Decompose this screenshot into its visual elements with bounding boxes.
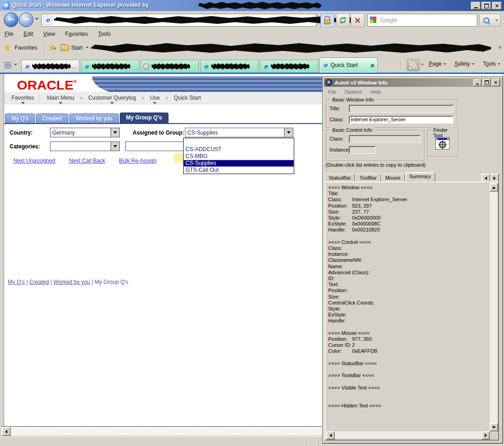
autoit-menu-file[interactable]: File: [328, 89, 336, 95]
address-bar[interactable]: e: [41, 14, 317, 27]
browser-tab-redacted[interactable]: e: [81, 60, 139, 73]
history-dropdown-icon[interactable]: [35, 18, 39, 20]
search-button[interactable]: [479, 14, 493, 27]
breadcrumb-main-menu[interactable]: Main Menu: [46, 95, 75, 101]
categories-label: Categories:: [10, 143, 40, 150]
summary-text[interactable]: >>>> Window <<<<Title:Class:Internet Exp…: [326, 183, 489, 431]
footer-link-worked-by-you[interactable]: Worked by you: [53, 279, 90, 285]
scroll-down-icon[interactable]: [490, 423, 498, 431]
summary-vertical-scrollbar[interactable]: [490, 183, 497, 431]
rss-dropdown-icon[interactable]: [421, 64, 424, 65]
dropdown-option-cs-addcust[interactable]: CS-ADDCUST: [184, 146, 294, 153]
maximize-button[interactable]: [482, 2, 491, 10]
assigned-group-dropdown-list: CS-ADDCUSTCS-MBGCS-SuppliesGTS-Call Out: [183, 138, 294, 174]
summary-line: Position:: [328, 288, 489, 294]
search-box[interactable]: Google: [367, 14, 477, 27]
assigned-dropdown-arrow-icon[interactable]: [284, 128, 293, 137]
breadcrumb-quick-start[interactable]: Quick Start: [173, 95, 202, 101]
browser-tab-redacted[interactable]: e...: [21, 60, 79, 73]
browser-tab-bar: e...eeeeQuick Start× PageSafetyTools: [0, 56, 504, 74]
command-safety[interactable]: Safety: [454, 61, 475, 67]
browser-tab-redacted[interactable]: e: [260, 60, 318, 73]
minimize-button[interactable]: [471, 2, 481, 10]
command-tools[interactable]: Tools: [483, 61, 500, 67]
field-instance[interactable]: [349, 146, 375, 154]
summary-label: Color:: [328, 348, 352, 354]
categories-select[interactable]: [50, 141, 120, 151]
favorites-label[interactable]: Favorites: [15, 45, 37, 51]
dropdown-option-cs-mbg[interactable]: CS-MBG: [184, 153, 294, 160]
favorites-overflow-chevron[interactable]: »: [498, 44, 502, 51]
country-select[interactable]: Germany: [50, 128, 120, 137]
field-class[interactable]: Internet Explorer_Server: [349, 116, 454, 124]
oracle-logo: ORACLE®: [17, 79, 77, 93]
autoit-titlebar[interactable]: A AutoIt v3 Window Info ×: [324, 78, 501, 87]
rss-feed-icon[interactable]: [407, 59, 420, 71]
refresh-icon: [339, 16, 347, 24]
command-page[interactable]: Page: [429, 61, 446, 67]
dropdown-option-cs-supplies[interactable]: CS-Supplies: [184, 160, 294, 167]
dropdown-option-gts-call-out[interactable]: GTS-Call Out: [184, 167, 294, 174]
summary-line: Advanced (Class):: [328, 270, 489, 276]
tab-list-dropdown-icon[interactable]: [14, 64, 17, 65]
browser-tab-redacted[interactable]: e: [200, 60, 258, 73]
autoit-tab-mouse[interactable]: Mouse: [381, 174, 405, 182]
summary-value: 0xEAFFDB: [352, 348, 377, 354]
menu-file[interactable]: File: [5, 31, 13, 37]
menu-favorites[interactable]: Favorites: [65, 31, 88, 37]
refresh-button[interactable]: [336, 13, 350, 27]
stop-button[interactable]: ×: [351, 13, 364, 27]
browser-tab-redacted[interactable]: [140, 60, 199, 73]
autoit-minimize-button[interactable]: [473, 79, 482, 86]
categories-dropdown-arrow-icon[interactable]: [111, 142, 119, 151]
breadcrumb-customer-querylog[interactable]: Customer Querylog: [87, 95, 137, 101]
country-dropdown-arrow-icon[interactable]: [111, 128, 119, 137]
field-title[interactable]: [349, 105, 454, 113]
scroll-right-icon[interactable]: [482, 431, 490, 440]
start-dropdown-icon[interactable]: [86, 47, 89, 48]
page-tab-worked-by-you[interactable]: Worked by you: [69, 113, 119, 124]
autoit-maximize-button[interactable]: [482, 79, 491, 86]
back-button[interactable]: ←: [4, 12, 18, 27]
autoit-tab-summary[interactable]: Summary: [405, 172, 435, 182]
page-tab-my-group-q-s[interactable]: My Group Q's: [120, 113, 168, 124]
footer-link-my-q-s[interactable]: My Q's: [8, 279, 25, 285]
page-tab-my-q-s[interactable]: My Q's: [5, 113, 35, 124]
finder-tool-icon[interactable]: [435, 137, 450, 150]
autoit-tab-statusbar[interactable]: StatusBar: [325, 174, 355, 182]
field-class[interactable]: [349, 135, 420, 143]
add-favorite-icon[interactable]: ★: [49, 43, 56, 52]
menu-view[interactable]: View: [43, 31, 55, 37]
link-next-unassigned[interactable]: Next Unassigned: [13, 158, 55, 164]
scroll-left-icon[interactable]: [2, 427, 11, 436]
favorites-star-icon[interactable]: ★: [4, 43, 11, 52]
autoit-tab-toolbar[interactable]: ToolBar: [355, 174, 381, 182]
scroll-left-icon[interactable]: [326, 431, 335, 440]
summary-horizontal-scrollbar[interactable]: [326, 431, 490, 439]
close-tab-icon[interactable]: ×: [370, 62, 375, 68]
summary-label: Advanced (Class):: [328, 270, 370, 276]
search-options-dropdown[interactable]: [493, 14, 501, 27]
summary-line: >>>> Hidden Text <<<<: [328, 403, 489, 409]
quick-tabs-button[interactable]: [2, 58, 14, 72]
link-bulk-re-assign[interactable]: Bulk Re-Assign: [119, 158, 157, 164]
menu-tools[interactable]: Tools: [98, 31, 111, 37]
footer-link-created[interactable]: Created: [29, 279, 49, 285]
autoit-menu-options[interactable]: Options: [345, 89, 362, 95]
page-tab-created[interactable]: Created: [36, 113, 68, 124]
breadcrumb-use[interactable]: Use: [149, 95, 161, 101]
close-button[interactable]: ×: [492, 2, 502, 10]
tab-title-ellipsis: ...: [72, 64, 76, 69]
autoit-menu-help[interactable]: Help: [370, 89, 381, 95]
security-lock-icon[interactable]: [320, 13, 334, 27]
forward-button[interactable]: →: [19, 12, 34, 27]
autoit-close-button[interactable]: ×: [492, 79, 500, 86]
link-next-call-back[interactable]: Next Call Back: [69, 158, 105, 164]
breadcrumb-favorites[interactable]: Favorites: [11, 95, 35, 101]
assigned-to-group-select[interactable]: CS-Supplies: [185, 128, 293, 137]
dropdown-option-blank[interactable]: [184, 138, 294, 146]
scroll-up-icon[interactable]: [490, 183, 498, 192]
start-favorites-item[interactable]: Start: [71, 45, 83, 51]
menu-edit[interactable]: Edit: [23, 31, 33, 37]
browser-tab-quick-start[interactable]: eQuick Start×: [319, 57, 378, 73]
